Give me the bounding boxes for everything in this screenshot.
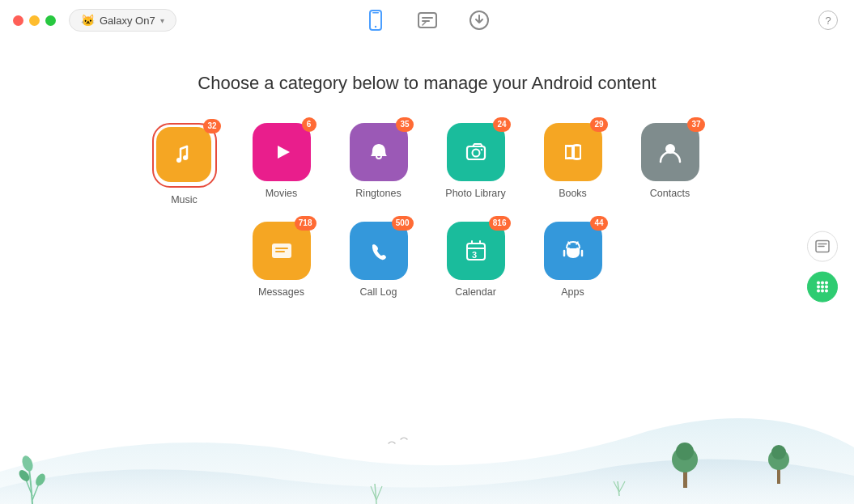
svg-point-23: [825, 289, 828, 292]
svg-point-9: [472, 150, 479, 157]
svg-text:3: 3: [472, 250, 477, 260]
svg-rect-1: [372, 12, 379, 14]
device-selector[interactable]: 🐱 Galaxy On7 ▾: [69, 9, 176, 32]
minimize-button[interactable]: [29, 15, 40, 26]
category-row-2: 718 Messages 500 Call Log: [245, 222, 610, 298]
titlebar: 🐱 Galaxy On7 ▾: [0, 0, 854, 40]
right-buttons: [807, 231, 838, 302]
svg-rect-8: [467, 146, 485, 159]
svg-point-35: [771, 445, 786, 460]
page-title: Choose a category below to manage your A…: [198, 73, 656, 94]
books-badge: 29: [590, 117, 607, 132]
music-badge: 32: [203, 119, 220, 133]
titlebar-center: [361, 6, 494, 35]
svg-point-10: [480, 149, 482, 150]
ringtones-label: Ringtones: [355, 188, 401, 199]
maximize-button[interactable]: [45, 15, 56, 26]
category-item-calendar[interactable]: 3 816 Calendar: [440, 222, 512, 298]
category-item-music[interactable]: 32 Music: [148, 123, 221, 205]
transfer-icon-button[interactable]: [413, 6, 442, 35]
apps-label: Apps: [561, 286, 584, 298]
category-item-apps[interactable]: 44 Apps: [537, 222, 610, 298]
apps-badge: 44: [590, 216, 607, 231]
svg-point-22: [817, 289, 820, 292]
calendar-badge: 816: [489, 216, 511, 231]
ringtones-icon: [350, 123, 408, 181]
messages-label: Messages: [258, 286, 304, 298]
phone-icon-button[interactable]: [361, 6, 390, 35]
svg-point-25: [821, 285, 824, 288]
category-item-messages[interactable]: 718 Messages: [245, 222, 318, 298]
apps-icon: [544, 222, 602, 280]
books-label: Books: [559, 188, 587, 199]
contacts-badge: 37: [687, 117, 704, 132]
device-name: Galaxy On7: [100, 15, 155, 27]
help-button[interactable]: ?: [818, 11, 838, 30]
category-item-movies[interactable]: 6 Movies: [245, 123, 318, 199]
right-action-button-2[interactable]: [807, 271, 838, 302]
contacts-icon: [641, 123, 699, 181]
ringtones-badge: 35: [396, 117, 413, 132]
photo-library-icon-wrap: 24: [447, 123, 505, 181]
apps-icon-wrap: 44: [544, 222, 602, 280]
category-item-call-log[interactable]: 500 Call Log: [342, 222, 415, 298]
svg-point-20: [817, 285, 820, 288]
right-action-button-1[interactable]: [807, 231, 838, 261]
category-item-contacts[interactable]: 37 Contacts: [634, 123, 707, 199]
svg-marker-7: [278, 146, 290, 159]
contacts-icon-wrap: 37: [641, 123, 699, 181]
call-log-icon-wrap: 500: [350, 222, 408, 280]
category-row-1: 32 Music 6 Movies: [148, 123, 707, 205]
svg-point-32: [676, 443, 694, 460]
help-label: ?: [825, 15, 831, 27]
call-log-label: Call Log: [360, 286, 397, 298]
scenery: [0, 407, 854, 504]
music-icon: [156, 127, 211, 182]
category-grid: 32 Music 6 Movies: [148, 123, 707, 298]
books-icon-wrap: 29: [544, 123, 602, 181]
movies-label: Movies: [266, 188, 298, 199]
contacts-label: Contacts: [650, 188, 690, 199]
close-button[interactable]: [13, 15, 23, 26]
music-label: Music: [171, 194, 198, 205]
books-icon: [544, 123, 602, 181]
call-log-badge: 500: [392, 216, 414, 231]
main-content: Choose a category below to manage your A…: [0, 40, 854, 298]
category-item-ringtones[interactable]: 35 Ringtones: [342, 123, 415, 199]
svg-point-21: [825, 285, 828, 288]
ringtones-icon-wrap: 35: [350, 123, 408, 181]
calendar-label: Calendar: [455, 286, 496, 298]
movies-icon-wrap: 6: [253, 123, 311, 181]
messages-icon-wrap: 718: [253, 222, 311, 280]
device-icon: 🐱: [81, 14, 95, 27]
svg-point-24: [821, 281, 824, 284]
traffic-lights: [13, 15, 56, 26]
svg-point-5: [176, 158, 181, 163]
photo-library-badge: 24: [493, 117, 510, 132]
music-icon-wrap: 32: [152, 123, 217, 188]
movies-icon: [253, 123, 311, 181]
svg-point-2: [374, 26, 376, 28]
svg-point-6: [183, 155, 188, 160]
svg-point-19: [825, 281, 828, 284]
calendar-icon-wrap: 3 816: [447, 222, 505, 280]
svg-point-18: [817, 281, 820, 284]
category-item-books[interactable]: 29 Books: [537, 123, 610, 199]
svg-point-26: [821, 289, 824, 292]
messages-badge: 718: [295, 216, 317, 231]
download-icon-button[interactable]: [465, 6, 494, 35]
chevron-down-icon: ▾: [160, 16, 164, 25]
category-item-photo-library[interactable]: 24 Photo Library: [440, 123, 512, 199]
photo-library-icon: [447, 123, 505, 181]
movies-badge: 6: [302, 117, 317, 132]
photo-library-label: Photo Library: [445, 188, 505, 199]
